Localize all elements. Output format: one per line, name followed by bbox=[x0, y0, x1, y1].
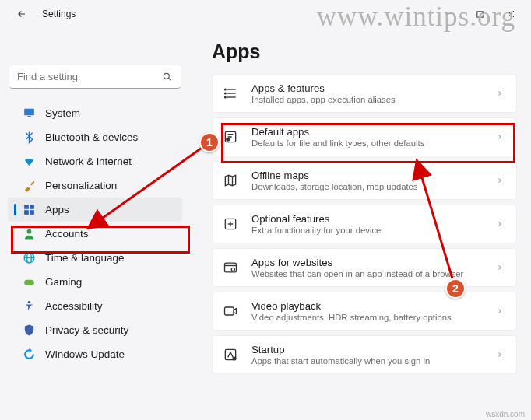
settings-row-title: Apps & features bbox=[251, 82, 484, 94]
sidebar: System Bluetooth & devices Network & int… bbox=[0, 28, 190, 420]
globe-icon bbox=[23, 251, 36, 264]
wifi-icon bbox=[23, 155, 36, 168]
chevron-right-icon bbox=[496, 220, 504, 228]
sidebar-item-system[interactable]: System bbox=[8, 101, 182, 125]
chevron-right-icon bbox=[496, 89, 504, 97]
settings-row-optional-features[interactable]: Optional features Extra functionality fo… bbox=[212, 205, 517, 243]
settings-row-desc: Websites that can open in an app instead… bbox=[251, 269, 484, 278]
sidebar-item-label: Apps bbox=[45, 204, 69, 215]
sidebar-item-label: Gaming bbox=[45, 276, 82, 288]
sidebar-item-gaming[interactable]: Gaming bbox=[8, 270, 182, 294]
titlebar: Settings bbox=[0, 0, 531, 28]
default-icon bbox=[222, 128, 239, 145]
settings-row-offline-maps[interactable]: Offline maps Downloads, storage location… bbox=[212, 161, 517, 200]
sidebar-item-label: Windows Update bbox=[45, 348, 125, 360]
sidebar-item-windows-update[interactable]: Windows Update bbox=[8, 342, 182, 366]
settings-row-video-playback[interactable]: Video playback Video adjustments, HDR st… bbox=[212, 292, 517, 331]
settings-row-desc: Apps that start automatically when you s… bbox=[251, 356, 484, 366]
svg-rect-1 bbox=[476, 11, 482, 16]
sidebar-item-label: Privacy & security bbox=[45, 324, 128, 336]
search-icon bbox=[162, 72, 173, 82]
gamepad-icon bbox=[23, 275, 36, 289]
chevron-right-icon bbox=[496, 307, 504, 315]
settings-row-title: Video playback bbox=[251, 300, 484, 312]
settings-row-title: Apps for websites bbox=[251, 257, 484, 268]
list-icon bbox=[222, 85, 239, 102]
settings-row-desc: Video adjustments, HDR streaming, batter… bbox=[251, 313, 484, 322]
settings-row-apps-features[interactable]: Apps & features Installed apps, app exec… bbox=[212, 74, 517, 113]
chevron-right-icon bbox=[496, 177, 504, 184]
sidebar-item-privacy-security[interactable]: Privacy & security bbox=[8, 318, 182, 342]
search-container bbox=[9, 65, 181, 89]
svg-rect-4 bbox=[24, 109, 34, 116]
svg-rect-8 bbox=[24, 210, 29, 215]
settings-row-desc: Installed apps, app execution aliases bbox=[251, 95, 484, 104]
settings-row-desc: Defaults for file and link types, other … bbox=[251, 138, 484, 148]
chevron-right-icon bbox=[496, 351, 504, 359]
main-panel: Apps Apps & features Installed apps, app… bbox=[190, 28, 531, 420]
web-icon bbox=[222, 259, 239, 276]
settings-row-title: Offline maps bbox=[251, 170, 484, 181]
sidebar-item-personalization[interactable]: Personalization bbox=[8, 173, 182, 198]
sidebar-item-time-language[interactable]: Time & language bbox=[8, 246, 182, 270]
svg-point-33 bbox=[233, 357, 237, 361]
display-icon bbox=[23, 107, 36, 120]
annotation-callout-2: 2 bbox=[445, 278, 466, 299]
page-title: Apps bbox=[212, 40, 517, 63]
search-input[interactable] bbox=[9, 65, 181, 89]
svg-rect-31 bbox=[225, 307, 234, 315]
svg-point-30 bbox=[231, 268, 234, 271]
sidebar-item-label: Personalization bbox=[45, 180, 117, 191]
sidebar-item-label: Accessibility bbox=[45, 300, 103, 312]
svg-point-2 bbox=[164, 73, 169, 79]
back-button[interactable] bbox=[12, 5, 31, 23]
svg-point-19 bbox=[225, 89, 227, 90]
sidebar-item-label: Accounts bbox=[45, 228, 89, 240]
svg-rect-9 bbox=[30, 210, 34, 215]
sidebar-item-label: Time & language bbox=[45, 252, 125, 264]
accessibility-icon bbox=[23, 299, 36, 313]
svg-rect-5 bbox=[27, 116, 30, 117]
settings-row-desc: Extra functionality for your device bbox=[251, 226, 484, 235]
sidebar-item-bluetooth-devices[interactable]: Bluetooth & devices bbox=[8, 125, 182, 149]
shield-icon bbox=[23, 324, 36, 337]
settings-row-desc: Downloads, storage location, map updates bbox=[251, 182, 484, 191]
svg-rect-7 bbox=[30, 205, 34, 209]
maximize-button[interactable] bbox=[464, 3, 495, 25]
close-button[interactable] bbox=[495, 3, 526, 25]
update-icon bbox=[23, 348, 36, 361]
settings-row-startup[interactable]: Startup Apps that start automatically wh… bbox=[212, 335, 517, 374]
sidebar-item-network-internet[interactable]: Network & internet bbox=[8, 149, 182, 173]
sidebar-item-accounts[interactable]: Accounts bbox=[8, 222, 182, 246]
chevron-right-icon bbox=[496, 264, 504, 271]
settings-row-apps-for-websites[interactable]: Apps for websites Websites that can open… bbox=[212, 248, 517, 287]
person-icon bbox=[23, 227, 36, 240]
optional-icon bbox=[222, 215, 239, 233]
svg-rect-14 bbox=[24, 280, 34, 285]
sidebar-item-label: Bluetooth & devices bbox=[45, 131, 138, 143]
startup-icon bbox=[222, 346, 239, 363]
sidebar-item-label: Network & internet bbox=[45, 156, 132, 167]
bluetooth-icon bbox=[23, 131, 36, 144]
settings-row-default-apps[interactable]: Default apps Defaults for file and link … bbox=[212, 117, 517, 156]
settings-row-title: Optional features bbox=[251, 213, 484, 225]
apps-icon bbox=[23, 203, 36, 216]
annotation-callout-1: 1 bbox=[199, 132, 220, 152]
map-icon bbox=[222, 172, 239, 189]
video-icon bbox=[222, 303, 239, 320]
svg-point-21 bbox=[225, 96, 227, 98]
sidebar-item-apps[interactable]: Apps bbox=[8, 198, 182, 222]
svg-point-10 bbox=[27, 229, 32, 234]
settings-row-title: Startup bbox=[251, 344, 484, 355]
minimize-button[interactable] bbox=[433, 3, 464, 25]
settings-row-title: Default apps bbox=[251, 126, 484, 138]
svg-point-23 bbox=[226, 138, 230, 142]
brush-icon bbox=[23, 179, 36, 192]
svg-line-3 bbox=[168, 78, 171, 80]
sidebar-item-label: System bbox=[45, 107, 80, 119]
sidebar-item-accessibility[interactable]: Accessibility bbox=[8, 294, 182, 318]
svg-point-15 bbox=[28, 301, 31, 304]
svg-rect-6 bbox=[24, 205, 29, 209]
svg-point-20 bbox=[225, 93, 227, 94]
window-title: Settings bbox=[42, 9, 76, 19]
